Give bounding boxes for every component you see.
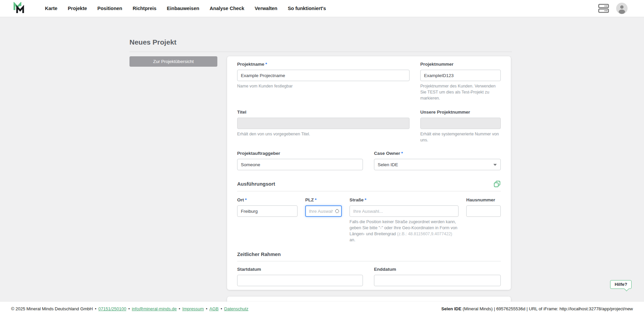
footer-phone-link[interactable]: 07151/250100 xyxy=(98,306,126,311)
form-row-4: Ort* PLZ* Straße* Falls die Position kei… xyxy=(237,197,501,243)
strasse-helper-example: (z.B.: 48.8115607,9.4077422) xyxy=(397,232,452,236)
server-stack-icon[interactable] xyxy=(598,3,609,13)
plz-input-wrapper xyxy=(305,205,342,217)
ort-label: Ort* xyxy=(237,197,298,203)
page-title: Neues Projekt xyxy=(129,38,176,46)
ausfuehrungsort-divider xyxy=(237,191,501,191)
case-owner-value: Selen IDE xyxy=(378,162,398,167)
footer-link-agb[interactable]: AGB xyxy=(209,306,218,311)
form-row-2: Titel Erhält den von uns vorgegebenen Ti… xyxy=(237,109,501,143)
chevron-down-icon xyxy=(493,164,497,166)
required-asterisk: * xyxy=(245,197,247,202)
footer-link-datenschutz[interactable]: Datenschutz xyxy=(224,306,248,311)
unsere-projektnummer-input xyxy=(420,118,501,129)
user-avatar[interactable] xyxy=(616,3,628,14)
copyright-text: © 2025 Mineral Minds Deutschland GmbH xyxy=(11,306,93,311)
footer-email-link[interactable]: info@mineral-minds.de xyxy=(132,306,177,311)
help-button[interactable]: Hilfe? xyxy=(610,280,632,289)
field-startdatum: Startdatum xyxy=(237,266,363,286)
title-divider xyxy=(129,52,512,52)
footer-status-text: Selen IDE (Mineral Minds) | 69576255536d… xyxy=(441,306,633,311)
section-ausfuehrungsort-header: Ausführungsort xyxy=(237,180,501,188)
startdatum-input[interactable] xyxy=(237,275,363,286)
mineral-minds-logo[interactable] xyxy=(13,2,26,15)
nav-item-karte[interactable]: Karte xyxy=(45,6,57,11)
ausfuehrungsort-title: Ausführungsort xyxy=(237,181,275,187)
footer: © 2025 Mineral Minds Deutschland GmbH • … xyxy=(0,302,644,316)
field-plz: PLZ* xyxy=(305,197,342,243)
footer-separator: • xyxy=(221,306,222,311)
projektname-input[interactable] xyxy=(237,70,410,81)
footer-left: © 2025 Mineral Minds Deutschland GmbH • … xyxy=(11,306,249,311)
required-asterisk: * xyxy=(365,197,366,202)
copy-icon xyxy=(493,180,501,188)
form-row-3: Projektauftraggeber Case Owner* Selen ID… xyxy=(237,150,501,170)
projektauftraggeber-label: Projektauftraggeber xyxy=(237,150,363,157)
logo-double-m-icon xyxy=(13,2,26,15)
footer-separator: • xyxy=(206,306,208,311)
field-titel: Titel Erhält den von uns vorgegebenen Ti… xyxy=(237,109,410,143)
projektnummer-input[interactable] xyxy=(420,70,501,81)
field-unsere-projektnummer: Unsere Projektnummer Erhält eine systemg… xyxy=(420,109,501,143)
strasse-helper: Falls die Position keiner Straße zugeord… xyxy=(350,219,459,243)
projektname-helper: Name vom Kunden festlegbar xyxy=(237,83,410,89)
nav-item-richtpreis[interactable]: Richtpreis xyxy=(132,6,156,11)
main-content: Neues Projekt Zur Projektübersicht Proje… xyxy=(0,17,644,302)
form-row-dates: Startdatum Enddatum xyxy=(237,266,501,286)
startdatum-label: Startdatum xyxy=(237,266,363,273)
next-card-sliver xyxy=(227,297,511,302)
projektnummer-label: Projektnummer xyxy=(420,61,501,68)
section-zeitlicher-rahmen-header: Zeitlicher Rahmen xyxy=(237,251,501,258)
projektauftraggeber-input[interactable] xyxy=(237,159,363,170)
required-asterisk: * xyxy=(265,62,267,67)
hausnummer-input[interactable] xyxy=(466,205,501,217)
field-projektname: Projektname* Name vom Kunden festlegbar xyxy=(237,61,410,101)
projektnummer-helper: Projektnummer des Kunden. Verwenden Sie … xyxy=(420,83,501,101)
nav-item-analyse-check[interactable]: Analyse Check xyxy=(210,6,244,11)
field-strasse: Straße* Falls die Position keiner Straße… xyxy=(350,197,459,243)
required-asterisk: * xyxy=(401,151,403,156)
unsere-projektnummer-helper: Erhält eine systemgenerierte Nummer von … xyxy=(420,131,501,143)
ort-input[interactable] xyxy=(237,205,298,217)
plz-label: PLZ* xyxy=(305,197,342,203)
top-navbar: KarteProjektePositionenRichtpreisEinbauw… xyxy=(0,0,644,17)
nav-item-einbauweisen[interactable]: Einbauweisen xyxy=(167,6,199,11)
nav-items: KarteProjektePositionenRichtpreisEinbauw… xyxy=(45,6,326,11)
nav-item-positionen[interactable]: Positionen xyxy=(97,6,122,11)
titel-label: Titel xyxy=(237,109,410,116)
new-project-form-card: Projektname* Name vom Kunden festlegbar … xyxy=(227,56,511,290)
enddatum-input[interactable] xyxy=(374,275,501,286)
enddatum-label: Enddatum xyxy=(374,266,501,273)
strasse-input[interactable] xyxy=(350,205,459,217)
loading-spinner-icon xyxy=(335,209,339,213)
field-hausnummer: Hausnummer xyxy=(466,197,501,243)
case-owner-label: Case Owner* xyxy=(374,150,501,157)
unsere-projektnummer-label: Unsere Projektnummer xyxy=(420,109,501,116)
footer-user: Selen IDE xyxy=(441,306,462,311)
nav-item-so-funktioniert-s[interactable]: So funktioniert's xyxy=(288,6,326,11)
projektname-label: Projektname* xyxy=(237,61,410,68)
required-asterisk: * xyxy=(315,197,317,202)
nav-item-verwalten[interactable]: Verwalten xyxy=(255,6,277,11)
case-owner-select[interactable]: Selen IDE xyxy=(374,159,501,170)
nav-right xyxy=(598,3,644,14)
zeitlicher-rahmen-title: Zeitlicher Rahmen xyxy=(237,251,281,258)
copy-location-icon[interactable] xyxy=(493,180,501,188)
titel-helper: Erhält den von uns vorgegebenen Titel. xyxy=(237,131,410,137)
nav-item-projekte[interactable]: Projekte xyxy=(68,6,87,11)
footer-link-impressum[interactable]: Impressum xyxy=(182,306,204,311)
field-projektnummer: Projektnummer Projektnummer des Kunden. … xyxy=(420,61,501,101)
hausnummer-label: Hausnummer xyxy=(466,197,501,203)
field-enddatum: Enddatum xyxy=(374,266,501,286)
footer-links: Impressum•AGB•Datenschutz xyxy=(182,306,248,311)
person-icon xyxy=(616,3,628,14)
field-projektauftraggeber: Projektauftraggeber xyxy=(237,150,363,170)
back-to-project-overview-button[interactable]: Zur Projektübersicht xyxy=(129,56,217,67)
titel-input xyxy=(237,118,410,129)
field-case-owner: Case Owner* Selen IDE xyxy=(374,150,501,170)
field-ort: Ort* xyxy=(237,197,298,243)
strasse-label: Straße* xyxy=(350,197,459,203)
form-row-1: Projektname* Name vom Kunden festlegbar … xyxy=(237,61,501,101)
zeitlicher-rahmen-divider xyxy=(237,261,501,261)
